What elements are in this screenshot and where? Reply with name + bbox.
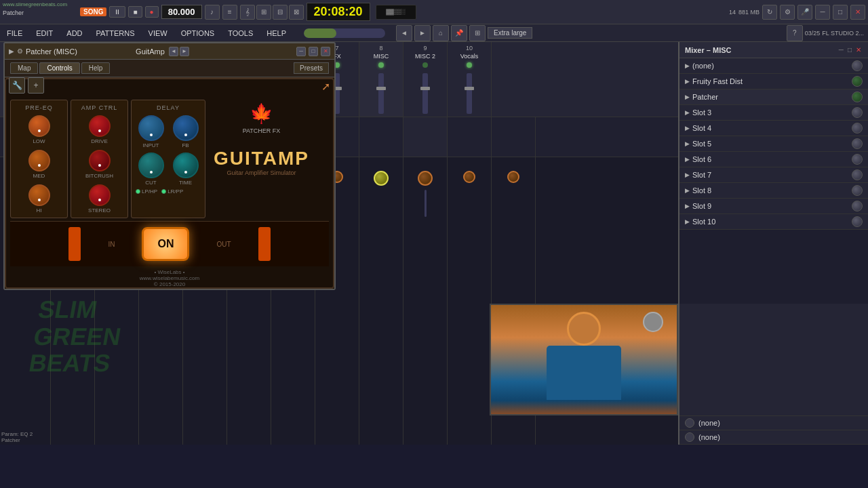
view-size-icon[interactable]: ⊞ [469, 25, 486, 41]
rmix-slot-5[interactable]: ▶ Slot 5 [679, 136, 868, 152]
mic-icon[interactable]: 🎤 [797, 5, 812, 20]
patcher-expand-icon[interactable]: ▶ [9, 47, 14, 55]
fx-icon[interactable]: ⊟ [273, 5, 288, 20]
rmix-knob-8[interactable] [852, 185, 863, 196]
pattern-knob-9[interactable] [418, 171, 433, 186]
mixer-icon[interactable]: ⊞ [256, 5, 271, 20]
prev-nav-icon[interactable]: ◄ [169, 47, 178, 56]
patcher-restore-icon[interactable]: □ [309, 47, 318, 56]
cut-knob[interactable] [138, 152, 164, 178]
rmix-knob-10[interactable] [852, 216, 863, 227]
input-knob[interactable] [138, 115, 164, 141]
fader-handle-misc[interactable] [376, 87, 386, 90]
lphp-radio[interactable] [136, 189, 140, 194]
bitcrush-knob[interactable] [89, 150, 111, 171]
patcher-close-icon[interactable]: ✕ [321, 47, 330, 56]
rmix-close-icon[interactable]: ✕ [854, 45, 863, 55]
metronome-icon[interactable]: ♪ [205, 5, 220, 20]
fader-vocals[interactable] [467, 73, 472, 114]
piano-icon[interactable]: ⊠ [289, 5, 304, 20]
lrpp-option[interactable]: LR/PP [161, 188, 183, 195]
nav-fwd-icon[interactable]: ► [414, 25, 431, 41]
nav-back-icon[interactable]: ◄ [396, 25, 412, 41]
next-nav-icon[interactable]: ► [180, 47, 189, 56]
rmix-collapse-icon[interactable]: ─ [837, 45, 845, 55]
help-menu[interactable]: HELP [264, 28, 289, 39]
time-knob[interactable] [173, 152, 199, 178]
pattern-knob-11[interactable] [507, 171, 519, 183]
file-menu[interactable]: FILE [4, 28, 25, 39]
nav-home-icon[interactable]: ⌂ [433, 25, 449, 41]
bottom-fader-9[interactable] [425, 190, 427, 217]
rmix-knob-3[interactable] [852, 107, 863, 118]
nav-pin-icon[interactable]: 📌 [451, 25, 467, 41]
fader-handle-vocals[interactable] [465, 87, 474, 90]
rmix-slot-10[interactable]: ▶ Slot 10 [679, 214, 868, 230]
add-menu[interactable]: ADD [64, 28, 85, 39]
rmix-slot-9[interactable]: ▶ Slot 9 [679, 199, 868, 214]
pattern-icon[interactable]: ≡ [222, 5, 237, 20]
record-btn[interactable]: ● [145, 6, 159, 18]
pattern-knob-8[interactable] [374, 171, 389, 186]
patcher-gear-icon[interactable]: ⚙ [17, 47, 23, 55]
refresh-icon[interactable]: ↻ [762, 5, 777, 20]
rmix-knob-0[interactable] [852, 60, 863, 71]
fader-handle-misc2[interactable] [420, 87, 430, 90]
on-button[interactable]: ON [142, 227, 189, 261]
rmix-expand-icon[interactable]: □ [846, 45, 853, 55]
channel-led-misc[interactable] [378, 62, 384, 68]
rmix-knob-2[interactable] [852, 92, 863, 102]
tab-controls[interactable]: Controls [39, 62, 79, 74]
rmix-slot-none-1[interactable]: (none) [679, 416, 868, 430]
rmix-slot-7[interactable]: ▶ Slot 7 [679, 167, 868, 183]
fader-misc2[interactable] [422, 73, 428, 114]
tools-menu[interactable]: TOOLS [225, 28, 256, 39]
pause-btn[interactable]: ⏸ [109, 6, 125, 18]
view-size-selector[interactable]: Extra large [488, 27, 532, 39]
maximize-icon[interactable]: □ [833, 5, 848, 20]
song-mode-btn[interactable]: SONG [80, 7, 106, 16]
stereo-knob[interactable] [89, 184, 111, 206]
beat-icon[interactable]: 𝄞 [240, 5, 255, 20]
cpu-icon[interactable]: ⚙ [780, 5, 795, 20]
patcher-minimize-icon[interactable]: ─ [296, 47, 306, 56]
pattern-knob-10[interactable] [463, 171, 475, 183]
rmix-knob-9[interactable] [852, 201, 863, 211]
edit-menu[interactable]: EDIT [33, 28, 56, 39]
fwd-icon[interactable]: ➚ [321, 80, 330, 93]
med-knob[interactable] [28, 150, 50, 171]
rmix-slot-3[interactable]: ▶ Slot 3 [679, 105, 868, 121]
fb-knob[interactable] [173, 115, 199, 141]
channel-led-misc2[interactable] [422, 62, 428, 68]
stop-btn[interactable]: ■ [128, 6, 142, 18]
rmix-knob-7[interactable] [852, 169, 863, 180]
add-tool-icon[interactable]: + [28, 77, 44, 94]
tab-map[interactable]: Map [10, 62, 38, 74]
channel-led-vocals[interactable] [467, 62, 472, 68]
patterns-menu[interactable]: PATTERNS [94, 28, 138, 39]
rmix-slot-fastdist[interactable]: ▶ Fruity Fast Dist [679, 74, 868, 89]
close-icon[interactable]: ✕ [850, 5, 865, 20]
rmix-knob-1[interactable] [852, 76, 863, 87]
options-menu[interactable]: OPTIONS [178, 28, 218, 39]
rmix-slot-none-2[interactable]: (none) [679, 430, 868, 445]
hi-knob[interactable] [28, 184, 50, 206]
lphp-option[interactable]: LP/HP [136, 188, 157, 195]
wrench-tool-icon[interactable]: 🔧 [9, 77, 25, 94]
rmix-slot-patcher[interactable]: ▶ Patcher [679, 89, 868, 105]
tab-help[interactable]: Help [81, 62, 111, 74]
rmix-slot-4[interactable]: ▶ Slot 4 [679, 121, 868, 136]
view-menu[interactable]: VIEW [146, 28, 170, 39]
minimize-icon[interactable]: ─ [815, 5, 830, 20]
presets-btn[interactable]: Presets [294, 62, 329, 74]
rmix-slot-none-top[interactable]: ▶ (none) [679, 58, 868, 74]
rmix-knob-6[interactable] [852, 154, 863, 165]
rmix-knob-5[interactable] [852, 138, 863, 149]
rmix-slot-8[interactable]: ▶ Slot 8 [679, 183, 868, 199]
rmix-knob-4[interactable] [852, 123, 863, 134]
bpm-display[interactable]: 80.000 [161, 5, 202, 19]
lrpp-radio[interactable] [161, 189, 166, 194]
fader-misc[interactable] [378, 73, 384, 114]
drive-knob[interactable] [89, 115, 111, 137]
help-icon[interactable]: ? [787, 25, 803, 41]
